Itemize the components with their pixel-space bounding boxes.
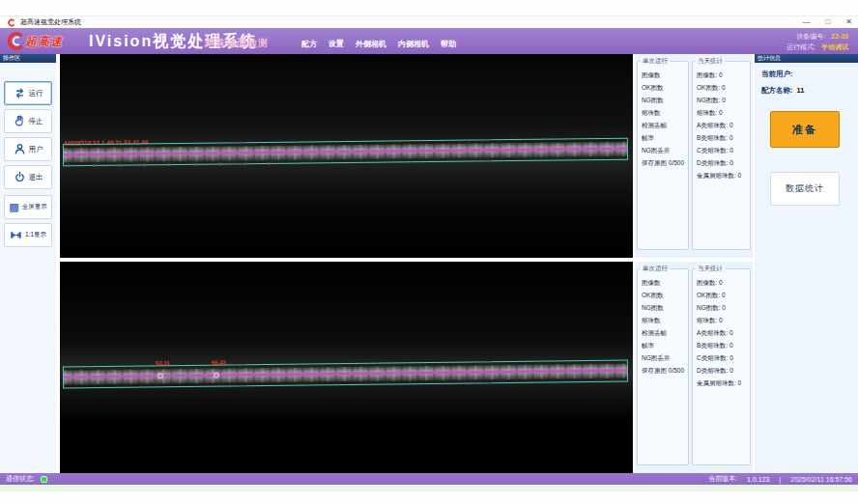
daily-stats-title: 当天统计 xyxy=(696,57,725,66)
stat-row: C类熔珠数: 0 xyxy=(697,351,750,364)
camera1-strip-assembly: 44808539.53,1.49 31.53,41.49 xyxy=(60,134,633,174)
stop-button-label: 停止 xyxy=(29,117,43,126)
stats-panel-inner: 单次运行 图像数OK图数NG图数熔珠数检测丢帧帧率NG图丢弃保存原图 0/500… xyxy=(635,262,753,473)
brand-logo-icon xyxy=(5,31,25,51)
separator: | xyxy=(779,476,781,483)
stat-row: B类熔珠数: 0 xyxy=(697,339,750,351)
stat-row: NG图数 xyxy=(642,94,688,106)
info-panel-title: 统计信息 xyxy=(755,54,858,63)
run-button-label: 运行 xyxy=(29,89,43,98)
stat-row: A类熔珠数: 0 xyxy=(697,119,750,131)
stat-row: NG图丢弃 xyxy=(642,144,688,156)
window-titlebar: 超高速视觉处理系统 — □ ✕ xyxy=(0,16,858,28)
camera2-strip-assembly: 53.11 56.43 xyxy=(60,355,633,395)
stats-panel-outer: 单次运行 图像数OK图数NG图数熔珠数检测丢帧帧率NG图丢弃保存原图 0/500… xyxy=(635,54,753,258)
stat-row: OK图数: 0 xyxy=(697,81,750,94)
minimize-button[interactable]: — xyxy=(802,18,810,26)
device-id-value: 22-33 xyxy=(831,31,848,42)
stat-row: OK图数: 0 xyxy=(697,289,750,301)
user-button[interactable]: 用户 xyxy=(4,137,52,161)
daily-stats-groupbox: 当天统计 图像数: 0OK图数: 0NG图数: 0熔珠数: 0A类熔珠数: 0B… xyxy=(692,268,751,465)
camera-view-inner: 53.11 56.43 xyxy=(60,262,633,473)
app-subtitle: 熔珠端面检测 xyxy=(205,37,269,50)
menu-item[interactable]: 帮助 xyxy=(441,39,456,49)
sidebar-title: 操作区 xyxy=(0,54,56,63)
camera2-point-label: 56.43 xyxy=(212,360,226,366)
stat-row: 熔珠数 xyxy=(642,314,688,326)
stat-row: D类熔珠数: 0 xyxy=(697,156,750,169)
close-button[interactable]: ✕ xyxy=(845,18,852,26)
operation-sidebar: 操作区 运行 停止 用户 退出 ▩ xyxy=(0,54,56,473)
desktop-margin xyxy=(0,491,858,504)
menu-item[interactable]: 内侧相机 xyxy=(398,39,429,49)
device-id-label: 设备编号: xyxy=(796,31,825,42)
user-button-label: 用户 xyxy=(29,145,43,154)
run-icon xyxy=(14,87,26,99)
camera2-detected-point xyxy=(157,373,163,378)
stat-row: NG图丢弃 xyxy=(642,351,688,364)
stat-row: 图像数 xyxy=(642,69,688,81)
daily-stats-groupbox: 当天统计 图像数: 0OK图数: 0NG图数: 0熔珠数: 0A类熔珠数: 0B… xyxy=(692,61,751,250)
menu-item[interactable]: 配方 xyxy=(301,39,317,49)
window-title: 超高速视觉处理系统 xyxy=(20,17,81,27)
stat-row: 熔珠数: 0 xyxy=(697,314,750,326)
stat-row: 帧率 xyxy=(642,131,688,144)
power-icon xyxy=(14,171,26,183)
bottom-accent-strip xyxy=(0,485,858,491)
brand-logo-text: 超高速 xyxy=(25,34,63,50)
stat-row: 帧率 xyxy=(642,339,688,351)
data-statistics-button[interactable]: 数据统计 xyxy=(770,172,840,206)
comm-status-label: 通信状态: xyxy=(6,474,35,484)
fullscreen-icon: ▩ xyxy=(9,202,18,212)
app-header: 超高速 IVision视觉处理系统 熔珠端面检测 配方设置外侧相机内侧相机帮助 … xyxy=(0,28,858,54)
run-mode-label: 运行模式: xyxy=(786,42,815,52)
stat-row: NG图数 xyxy=(642,301,688,314)
stat-row: 熔珠数 xyxy=(642,106,688,119)
run-mode-value: 手动调试 xyxy=(821,42,848,52)
run-button[interactable]: 运行 xyxy=(4,81,52,105)
camera2-point-label: 53.11 xyxy=(156,360,170,366)
status-bar: 通信状态: 当前版本: 1.0.123 | 2025/02/11 16:57:5… xyxy=(0,473,858,485)
stat-row: OK图数 xyxy=(642,289,688,301)
stat-row: 图像数: 0 xyxy=(697,276,750,289)
user-icon xyxy=(14,143,26,155)
stop-button[interactable]: 停止 xyxy=(4,109,52,133)
stat-row: 检测丢帧 xyxy=(642,119,688,131)
desktop-margin xyxy=(0,0,858,16)
stat-row: 保存原图 0/500 xyxy=(642,156,688,169)
menu-item[interactable]: 设置 xyxy=(329,39,344,49)
recipe-name-value: 11 xyxy=(797,86,805,96)
camera-view-outer: 44808539.53,1.49 31.53,41.49 xyxy=(60,54,633,258)
single-run-groupbox: 单次运行 图像数OK图数NG图数熔珠数检测丢帧帧率NG图丢弃保存原图 0/500 xyxy=(637,268,689,465)
stat-row: 金属屑熔珠数: 0 xyxy=(697,169,750,182)
stop-hand-icon xyxy=(14,115,26,127)
version-label: 当前版本: xyxy=(708,474,737,484)
one-to-one-button[interactable]: 1:1显示 xyxy=(4,223,52,247)
stat-row: C类熔珠数: 0 xyxy=(697,144,750,156)
maximize-button[interactable]: □ xyxy=(825,18,830,26)
camera2-detected-point xyxy=(214,373,219,378)
prepare-button[interactable]: 准备 xyxy=(770,111,840,148)
stat-row: NG图数: 0 xyxy=(697,94,750,106)
daily-stats-title: 当天统计 xyxy=(696,265,725,273)
stat-row: 检测丢帧 xyxy=(642,326,688,339)
app-logo-icon xyxy=(7,18,15,27)
stat-row: 保存原图 0/500 xyxy=(642,364,688,377)
stat-row: 熔珠数: 0 xyxy=(697,106,750,119)
datetime-value: 2025/02/11 16:57:56 xyxy=(790,476,852,483)
version-datetime: 当前版本: 1.0.123 | 2025/02/11 16:57:56 xyxy=(708,473,852,485)
device-info: 设备编号: 22-33 运行模式: 手动调试 xyxy=(786,31,848,52)
stat-row: OK图数 xyxy=(642,81,688,94)
fullscreen-button[interactable]: ▩ 全屏显示 xyxy=(4,195,52,219)
menu-item[interactable]: 外侧相机 xyxy=(356,39,386,49)
stat-row: NG图数: 0 xyxy=(697,301,750,314)
single-run-title: 单次运行 xyxy=(641,57,670,66)
exit-button-label: 退出 xyxy=(29,173,43,182)
statistics-info-panel: 统计信息 当前用户: 配方名称: 11 准备 数据统计 xyxy=(755,54,858,473)
fullscreen-button-label: 全屏显示 xyxy=(22,203,47,211)
app-window: 超高速视觉处理系统 — □ ✕ 超高速 IVision视觉处理系统 熔珠端面检测… xyxy=(0,0,858,504)
current-user-label: 当前用户: xyxy=(761,70,793,79)
exit-button[interactable]: 退出 xyxy=(4,165,52,189)
version-value: 1.0.123 xyxy=(747,476,769,483)
stat-row: D类熔珠数: 0 xyxy=(697,364,750,377)
